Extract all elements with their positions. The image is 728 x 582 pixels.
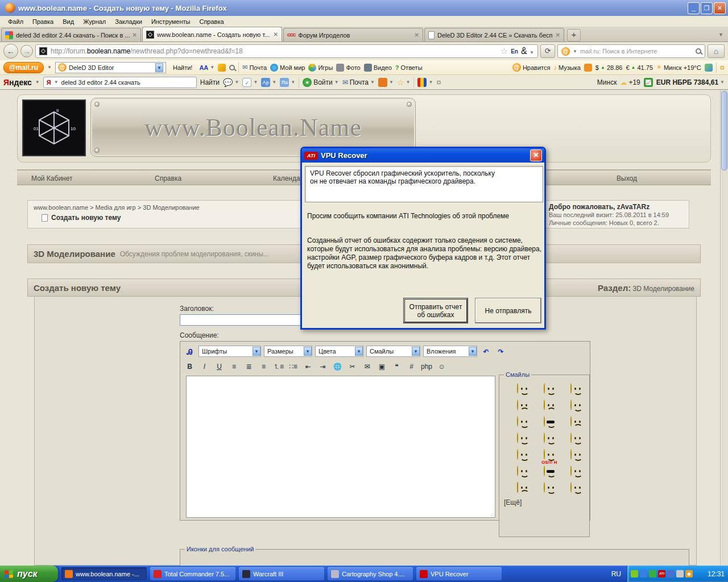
services-cube-icon[interactable]: ▼ <box>417 78 433 87</box>
smiley-devil-icon[interactable] <box>517 482 518 493</box>
scrollbar-thumb[interactable] <box>721 91 727 171</box>
mailru-photo-link[interactable]: Фото <box>336 64 360 72</box>
insert-image-button[interactable]: ▣ <box>376 360 388 372</box>
send-report-button[interactable]: Отправить отчет об ошибках <box>403 298 468 323</box>
mailru-games-link[interactable]: Игры <box>308 64 333 72</box>
yandex-city[interactable]: Минск <box>597 78 617 86</box>
yandex-weather[interactable]: ☁+19 <box>620 78 640 86</box>
smiley-cool-icon[interactable] <box>544 416 545 427</box>
favorites-star-icon[interactable]: ☆▼ <box>397 78 410 87</box>
smiley-tongue2-icon[interactable] <box>570 449 572 460</box>
smiley-rolleyes-icon[interactable] <box>517 416 518 427</box>
mailru-music-link[interactable]: ♪Музыка <box>553 64 580 71</box>
start-button[interactable]: пуск <box>0 566 58 582</box>
yandex-logo-dropdown-icon[interactable]: ▼ <box>35 80 40 85</box>
tab-close-icon[interactable]: ✕ <box>274 31 278 38</box>
editor-select-Размеры[interactable]: Размеры▼ <box>264 346 312 357</box>
smiley-grin-icon[interactable] <box>570 400 572 410</box>
smiley-button[interactable]: ☺ <box>436 360 448 372</box>
search-engine-dropdown-icon[interactable]: ▼ <box>573 49 577 54</box>
smiley-wave-icon[interactable] <box>517 449 518 460</box>
dropdown-caret-icon[interactable]: ▼ <box>155 63 163 72</box>
smiley-angry-icon[interactable] <box>544 400 545 410</box>
more-smileys-link[interactable]: [Ещё] <box>504 498 522 506</box>
menu-item-Инструменты[interactable]: Инструменты <box>147 17 195 26</box>
page-scrollbar[interactable] <box>720 90 728 566</box>
mailru-logo[interactable]: @mail.ru <box>3 62 44 73</box>
menu-item-Справка[interactable]: Справка <box>195 17 228 26</box>
taskbar-button-total-commander-7-5-[interactable]: Total Commander 7.5... <box>150 567 235 580</box>
breadcrumb-root[interactable]: www.boolean.name <box>34 204 88 211</box>
mailru-like-link[interactable]: @Нравится <box>512 63 551 72</box>
yandex-search-input[interactable]: Я ▼ deled 3d editor 2.44 скачать <box>43 77 197 88</box>
language-indicator[interactable]: RU <box>611 570 621 578</box>
nav-help[interactable]: Справка <box>155 174 181 182</box>
smiley-thumbs-right-icon[interactable] <box>570 482 572 493</box>
section-title[interactable]: 3D Моделирование <box>34 249 115 259</box>
nav-logout[interactable]: Выход <box>617 174 637 182</box>
usd-rate[interactable]: $▲28.86 <box>595 64 623 71</box>
smiley-wink-icon[interactable] <box>544 383 545 394</box>
stock-chart-icon[interactable]: 📈 <box>644 78 653 87</box>
bookmark-star-icon[interactable]: ☆ <box>500 46 508 56</box>
home-button[interactable]: ⌂ <box>708 44 725 58</box>
smiley-laugh-icon[interactable] <box>544 433 545 443</box>
tab-close-icon[interactable]: ✕ <box>133 32 137 38</box>
tab-google-search[interactable]: deled 3d editor 2.44 скачать - Поиск в .… <box>1 28 141 41</box>
breadcrumb-media[interactable]: Media для игр <box>96 204 136 211</box>
code-button[interactable]: # <box>406 360 417 372</box>
page-zoom-icon[interactable] <box>229 65 235 70</box>
display-tray-icon[interactable] <box>667 570 675 577</box>
mailru-video-link[interactable]: Видео <box>364 64 392 72</box>
editor-select-Вложения[interactable]: Вложения▼ <box>423 346 477 357</box>
volume-tray-icon[interactable] <box>676 570 684 577</box>
back-button[interactable]: ← <box>3 44 18 59</box>
spellcheck-icon[interactable]: ✓▼ <box>242 78 258 87</box>
menu-item-Вид[interactable]: Вид <box>58 17 78 26</box>
forward-button[interactable]: → <box>20 45 33 57</box>
page-translate-icon[interactable]: Яa▼ <box>280 78 295 87</box>
insert-email-button[interactable]: ✉ <box>361 360 373 372</box>
editor-select-Шрифты[interactable]: Шрифты▼ <box>198 346 261 357</box>
tv-icon[interactable] <box>584 64 592 72</box>
redo-button[interactable]: ↷ <box>495 346 507 357</box>
smiley-evil-grin-icon[interactable] <box>570 465 572 476</box>
resize-grip[interactable]: .:: <box>490 512 494 517</box>
remove-link-button[interactable]: ✂ <box>346 360 358 372</box>
yandex-login-button[interactable]: ●Войти▼ <box>303 78 339 87</box>
tab-close-icon[interactable]: ✕ <box>556 32 560 38</box>
bullet-list-button[interactable]: ∷≡ <box>287 360 299 372</box>
align-left-button[interactable]: ≡ <box>228 360 240 372</box>
new-tab-button[interactable]: + <box>567 29 581 41</box>
tab-deled-download[interactable]: DeleD 3D Editor 2.44 CE » Скачать бесп..… <box>424 28 564 41</box>
translate-icon[interactable]: Аꞗ▼ <box>261 78 276 87</box>
yandex-logo[interactable]: ЯЯндексндекс <box>3 78 32 87</box>
map-icon[interactable] <box>705 64 713 72</box>
taskbar-button-cartography-shop-4-[interactable]: Cartography Shop 4.... <box>328 567 413 580</box>
smiley-smile2-icon[interactable] <box>517 465 518 476</box>
editor-mode-icon[interactable]: Ꭿ <box>184 346 196 357</box>
underline-button[interactable]: U <box>213 360 225 372</box>
smiley-sad-icon[interactable] <box>517 400 518 410</box>
yandex-settings-gear-icon[interactable]: ¤ <box>436 77 441 87</box>
currency-rate[interactable]: EUR НБРБ 7384,61▼ <box>656 78 725 86</box>
message-textarea[interactable]: .:: <box>186 376 495 518</box>
search-icon[interactable] <box>696 48 701 54</box>
taskbar-button-vpu-recover[interactable]: VPU Recover <box>416 567 502 580</box>
mailru-answers-link[interactable]: ?Ответы <box>395 64 423 71</box>
menu-item-Закладки[interactable]: Закладки <box>110 17 147 26</box>
photos-icon[interactable]: ▼ <box>378 78 394 87</box>
breadcrumb-section[interactable]: 3D Моделирование <box>143 204 199 211</box>
editor-select-Смайлы[interactable]: Смайлы▼ <box>366 346 420 357</box>
mailru-search-select[interactable]: @ DeleD 3D Editor ▼ <box>55 62 166 73</box>
smiley-surprised-icon[interactable] <box>544 482 545 493</box>
mailru-settings-gear-icon[interactable]: ¤ <box>720 63 725 72</box>
dont-send-button[interactable]: Не отправлять <box>475 298 541 323</box>
align-center-button[interactable]: ≣ <box>243 360 255 372</box>
align-right-button[interactable]: ≡ <box>258 360 270 372</box>
menu-item-Правка[interactable]: Правка <box>28 17 58 26</box>
dialog-close-button[interactable]: ✕ <box>530 149 542 161</box>
smiley-smile-icon[interactable] <box>517 383 518 394</box>
smiley-thumbsup-icon[interactable] <box>544 449 545 460</box>
quote-button[interactable]: ❝ <box>391 360 403 372</box>
